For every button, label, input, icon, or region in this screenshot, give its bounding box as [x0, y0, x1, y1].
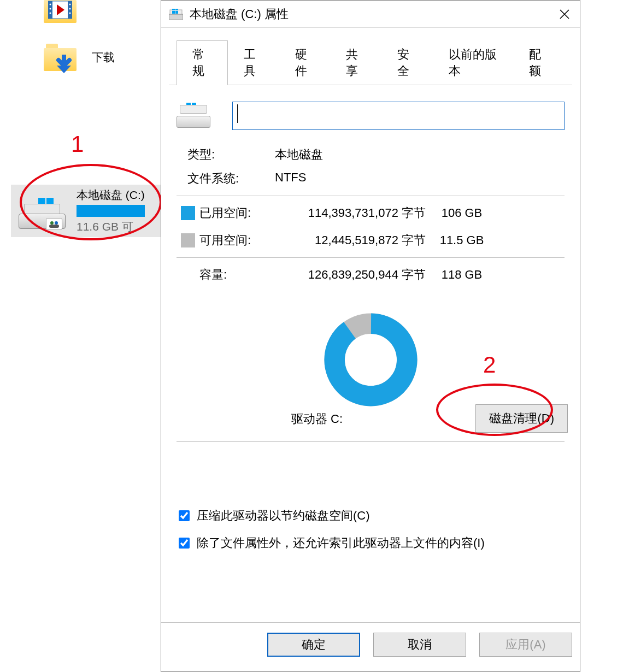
- tab-security[interactable]: 安全: [381, 40, 433, 85]
- close-icon: [560, 9, 569, 19]
- svg-marker-10: [57, 66, 71, 73]
- index-checkbox[interactable]: [179, 538, 190, 549]
- compress-checkbox-row[interactable]: 压缩此驱动器以节约磁盘空间(C): [177, 508, 565, 524]
- usage-donut-chart: [323, 312, 419, 408]
- drive-c-item[interactable]: 本地磁盘 (C:) 11.6 GB 可: [11, 185, 164, 237]
- tab-sharing[interactable]: 共享: [330, 40, 381, 85]
- svg-point-5: [50, 13, 51, 14]
- svg-rect-14: [169, 14, 183, 20]
- index-label: 除了文件属性外，还允许索引此驱动器上文件的内容(I): [197, 535, 485, 551]
- svg-point-21: [334, 323, 407, 396]
- svg-point-11: [50, 221, 54, 225]
- tab-strip: 常规 工具 硬件 共享 安全 以前的版本 配额: [169, 34, 572, 85]
- titlebar[interactable]: 本地磁盘 (C:) 属性: [161, 1, 580, 28]
- capacity-bytes: 126,839,250,944 字节: [281, 267, 429, 283]
- svg-rect-19: [175, 11, 178, 14]
- dialog-buttons: 确定 取消 应用(A): [161, 622, 580, 671]
- tab-hardware[interactable]: 硬件: [279, 40, 331, 85]
- drive-c-title: 本地磁盘 (C:): [77, 187, 145, 203]
- tab-quota[interactable]: 配额: [513, 40, 565, 85]
- used-human: 106 GB: [429, 206, 495, 220]
- annotation-number-1: 1: [71, 131, 84, 157]
- ok-button[interactable]: 确定: [267, 633, 360, 657]
- used-bytes: 114,393,731,072 字节: [281, 205, 429, 221]
- svg-rect-13: [49, 225, 59, 228]
- filesystem-label: 文件系统:: [187, 170, 275, 187]
- disk-cleanup-button[interactable]: 磁盘清理(D): [475, 404, 568, 433]
- annotation-number-2: 2: [483, 352, 496, 378]
- capacity-label: 容量:: [199, 267, 281, 283]
- compress-checkbox[interactable]: [179, 510, 190, 521]
- svg-point-6: [69, 4, 71, 5]
- drive-icon: [19, 198, 66, 229]
- volume-label-input[interactable]: [232, 102, 565, 130]
- drive-large-icon: [177, 104, 210, 128]
- apply-button[interactable]: 应用(A): [479, 633, 572, 657]
- video-folder[interactable]: [44, 0, 77, 23]
- drive-c-usage-bar: [77, 205, 145, 217]
- free-human: 11.5 GB: [429, 233, 495, 247]
- tab-previous[interactable]: 以前的版本: [433, 40, 513, 85]
- svg-point-3: [50, 4, 51, 5]
- svg-rect-17: [175, 9, 178, 10]
- cancel-button[interactable]: 取消: [373, 633, 466, 657]
- used-swatch: [181, 206, 195, 220]
- tab-tools[interactable]: 工具: [228, 40, 279, 85]
- svg-point-8: [69, 13, 71, 14]
- drive-small-icon: [169, 9, 183, 20]
- type-value: 本地磁盘: [275, 146, 323, 163]
- close-button[interactable]: [549, 1, 580, 28]
- tab-general[interactable]: 常规: [177, 40, 228, 85]
- compress-label: 压缩此驱动器以节约磁盘空间(C): [197, 508, 370, 524]
- chart-caption: 驱动器 C:: [291, 411, 343, 427]
- downloads-label: 下载: [92, 50, 115, 65]
- index-checkbox-row[interactable]: 除了文件属性外，还允许索引此驱动器上文件的内容(I): [177, 535, 565, 551]
- svg-point-4: [50, 8, 51, 10]
- drive-c-subtitle: 11.6 GB 可: [77, 219, 145, 234]
- properties-window: 本地磁盘 (C:) 属性 常规 工具 硬件 共享 安全 以前的版本 配额: [161, 0, 580, 672]
- used-label: 已用空间:: [199, 205, 281, 221]
- capacity-human: 118 GB: [429, 268, 495, 282]
- people-badge-icon: [46, 218, 62, 230]
- free-label: 可用空间:: [199, 232, 281, 249]
- svg-point-7: [69, 8, 71, 10]
- free-bytes: 12,445,519,872 字节: [281, 232, 429, 249]
- window-title: 本地磁盘 (C:) 属性: [190, 6, 549, 22]
- type-label: 类型:: [187, 146, 275, 163]
- filesystem-value: NTFS: [275, 170, 306, 187]
- downloads-folder[interactable]: 下载: [44, 44, 115, 71]
- svg-rect-16: [172, 9, 175, 10]
- svg-rect-18: [172, 11, 175, 14]
- svg-point-12: [55, 221, 58, 225]
- free-swatch: [181, 233, 195, 247]
